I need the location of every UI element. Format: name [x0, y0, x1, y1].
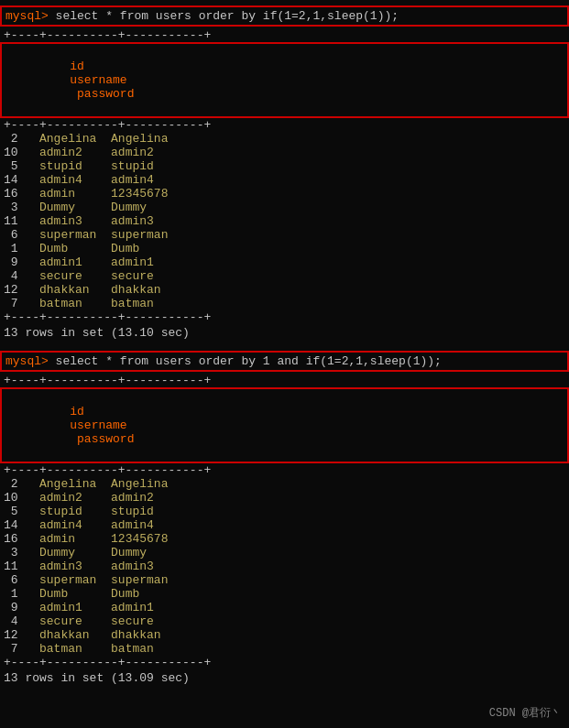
table-row: 5 stupid stupid	[0, 159, 569, 173]
table-row: 1 Dumb Dumb	[0, 587, 569, 601]
col-id-header-1: id	[62, 60, 98, 73]
col-username-header-1: username	[62, 73, 134, 87]
section-2: mysql> select * from users order by 1 an…	[0, 351, 569, 687]
table-row: 4 secure secure	[0, 269, 569, 283]
table-border-bot-2: +----+----------+-----------+	[0, 656, 569, 669]
table-row: 12 dhakkan dhakkan	[0, 283, 569, 297]
terminal: mysql> select * from users order by if(1…	[0, 0, 569, 728]
table-row: 2 Angelina Angelina	[0, 477, 569, 491]
table-row: 9 admin1 admin1	[0, 255, 569, 269]
table-border-mid-1: +----+----------+-----------+	[0, 118, 569, 132]
table-row: 7 batman batman	[0, 642, 569, 656]
col-id-header-2: id	[62, 405, 98, 418]
table-border-top-1: +----+----------+-----------+	[0, 28, 569, 42]
table-header-2: id username password	[0, 387, 569, 463]
table-row: 10 admin2 admin2	[0, 146, 569, 159]
table-rows-1: 2 Angelina Angelina 10 admin2 admin2 5 s…	[0, 132, 569, 310]
table-header-text-1: id username password	[5, 46, 134, 114]
table-row: 3 Dummy Dummy	[0, 201, 569, 214]
section-1: mysql> select * from users order by if(1…	[0, 5, 569, 342]
table-row: 9 admin1 admin1	[0, 601, 569, 614]
table-border-top-2: +----+----------+-----------+	[0, 374, 569, 387]
command-line-1: mysql> select * from users order by if(1…	[0, 5, 569, 27]
table-row: 1 Dumb Dumb	[0, 242, 569, 255]
table-header-1: id username password	[0, 42, 569, 118]
prompt-2: mysql>	[5, 354, 49, 368]
table-row: 2 Angelina Angelina	[0, 132, 569, 146]
prompt-1: mysql>	[5, 9, 49, 23]
table-row: 6 superman superman	[0, 228, 569, 242]
command-text-1: select * from users order by if(1=2,1,sl…	[49, 9, 399, 23]
summary-1: 13 rows in set (13.10 sec)	[0, 324, 569, 342]
table-header-text-2: id username password	[5, 391, 134, 460]
table-row: 11 admin3 admin3	[0, 214, 569, 228]
command-text-2: select * from users order by 1 and if(1=…	[49, 354, 442, 368]
col-password-header-2: password	[62, 432, 134, 446]
table-border-mid-2: +----+----------+-----------+	[0, 463, 569, 477]
col-username-header-2: username	[62, 418, 134, 432]
table-row: 14 admin4 admin4	[0, 173, 569, 187]
table-row: 14 admin4 admin4	[0, 518, 569, 532]
table-border-bot-1: +----+----------+-----------+	[0, 310, 569, 324]
table-row: 5 stupid stupid	[0, 505, 569, 518]
table-row: 12 dhakkan dhakkan	[0, 628, 569, 642]
table-rows-2: 2 Angelina Angelina 10 admin2 admin2 5 s…	[0, 477, 569, 656]
col-password-header-1: password	[62, 87, 134, 101]
table-row: 10 admin2 admin2	[0, 491, 569, 505]
watermark: CSDN @君衍丶	[489, 705, 562, 721]
table-row: 4 secure secure	[0, 614, 569, 628]
summary-2: 13 rows in set (13.09 sec)	[0, 669, 569, 687]
table-row: 7 batman batman	[0, 297, 569, 310]
command-line-2: mysql> select * from users order by 1 an…	[0, 351, 569, 372]
table-row: 16 admin 12345678	[0, 532, 569, 546]
table-row: 11 admin3 admin3	[0, 560, 569, 573]
table-row: 3 Dummy Dummy	[0, 546, 569, 560]
table-row: 16 admin 12345678	[0, 187, 569, 201]
table-row: 6 superman superman	[0, 573, 569, 587]
